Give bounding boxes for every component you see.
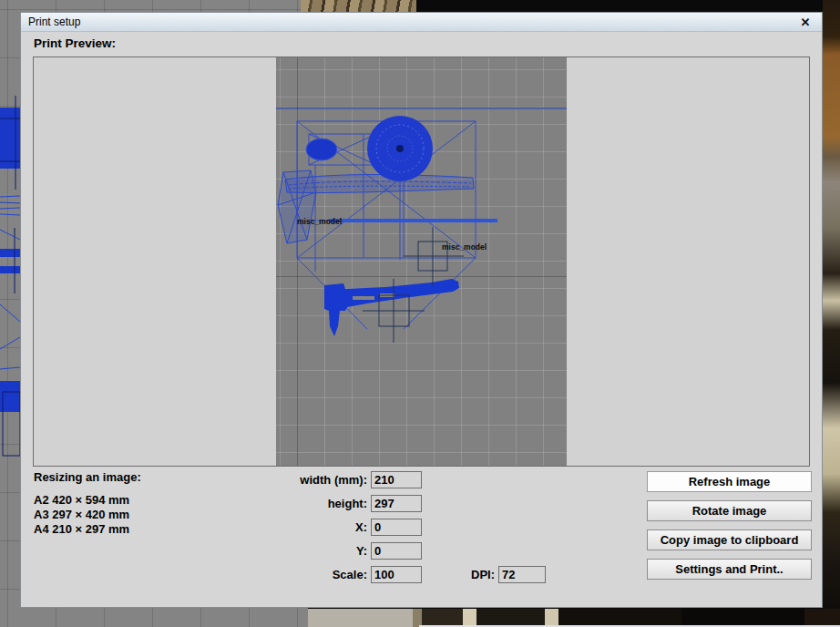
x-input[interactable] <box>371 519 422 536</box>
height-input[interactable] <box>371 495 422 512</box>
model-label-2: misc_model <box>442 242 487 252</box>
height-label: height: <box>276 495 367 512</box>
ellipse-model <box>306 139 337 160</box>
copy-image-to-clipboard-button[interactable]: Copy image to clipboard <box>647 529 812 550</box>
hammer-model <box>324 279 459 336</box>
dialog-title: Print setup <box>28 15 80 28</box>
print-setup-dialog: Print setup ✕ Print Preview: <box>20 12 823 608</box>
paper-size-a2: A2 420 × 594 mm <box>34 493 129 507</box>
axe-model <box>278 170 474 243</box>
saw-blade-model <box>367 116 433 181</box>
paper-size-a3: A3 297 × 420 mm <box>34 508 129 521</box>
dpi-label: DPI: <box>404 566 495 583</box>
model-label-1: misc_model <box>297 217 342 226</box>
refresh-image-button[interactable]: Refresh image <box>647 471 812 492</box>
width-input[interactable] <box>371 471 422 488</box>
background-wireframe-models <box>0 12 20 609</box>
rotate-image-button[interactable]: Rotate image <box>647 500 812 521</box>
wireframe-models-preview: misc_model misc_model <box>276 57 567 466</box>
x-label: X: <box>276 519 367 536</box>
y-input[interactable] <box>371 542 422 560</box>
background-3d-bottom-strip <box>308 609 840 627</box>
dpi-input[interactable] <box>498 566 546 583</box>
close-icon[interactable]: ✕ <box>796 15 814 29</box>
paper-size-a4: A4 210 × 297 mm <box>34 522 129 536</box>
scale-label: Scale: <box>276 566 367 583</box>
settings-and-print-button[interactable]: Settings and Print.. <box>647 559 812 580</box>
background-3d-wood-planks <box>301 0 416 12</box>
y-label: Y: <box>276 542 367 560</box>
preview-page: misc_model misc_model <box>276 57 567 466</box>
dialog-titlebar[interactable]: Print setup ✕ <box>21 13 822 32</box>
print-preview-area: misc_model misc_model <box>33 57 810 467</box>
application-window: Print setup ✕ Print Preview: <box>0 0 840 627</box>
width-label: width (mm): <box>276 471 367 488</box>
print-preview-label: Print Preview: <box>34 36 116 50</box>
resizing-heading: Resizing an image: <box>34 470 141 484</box>
background-3d-wood-edge <box>823 0 840 627</box>
